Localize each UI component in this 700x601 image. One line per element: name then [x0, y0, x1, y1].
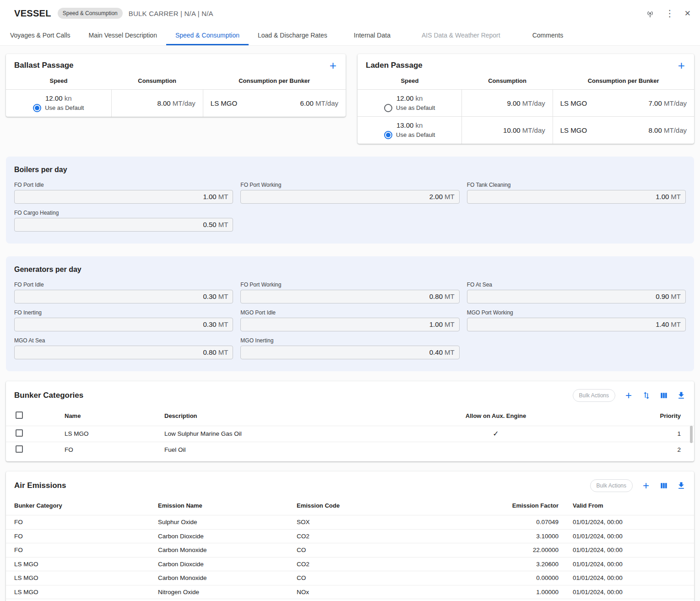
more-options-icon[interactable]: ⋮	[665, 9, 674, 18]
consumption-value: 9.00 MT/day	[462, 90, 553, 117]
fo-port-working-input[interactable]: 0.80MT	[240, 290, 459, 303]
table-row[interactable]: FO Fuel Oil 2	[6, 442, 694, 458]
field-label: FO Port Idle	[14, 182, 233, 188]
field-mgo-port-working: MGO Port Working 1.40MT	[467, 309, 686, 331]
emission-valid-from: 01/01/2024, 00:00	[559, 585, 694, 599]
ballast-speed-row: 12.00 kn Use as Default 8.00 MT/day	[6, 90, 346, 117]
laden-speed-row: 12.00 kn Use as Default 9.00 MT/day	[358, 90, 694, 117]
table-row[interactable]: FO Sulphur Oxide SOX 0.07049 01/01/2024,…	[6, 515, 694, 530]
tab-comments[interactable]: Comments	[523, 27, 573, 45]
bulk-actions-button[interactable]: Bulk Actions	[590, 479, 633, 492]
page-title: VESSEL	[14, 8, 51, 19]
tab-bar: Voyages & Port Calls Main Vessel Descrip…	[0, 27, 700, 46]
sort-icon[interactable]	[642, 391, 651, 400]
mgo-port-working-input[interactable]: 1.40MT	[467, 318, 686, 331]
radio-icon[interactable]	[384, 104, 392, 112]
column-header-emission-code: Emission Code	[297, 498, 464, 515]
bunker-consumption-value: 6.00 MT/day	[300, 99, 338, 107]
row-checkbox[interactable]	[16, 429, 23, 437]
vertical-scrollbar[interactable]	[690, 426, 693, 443]
add-bunker-category-icon[interactable]: +	[624, 391, 634, 400]
mgo-port-idle-input[interactable]: 1.00MT	[240, 318, 459, 331]
use-as-default-radio[interactable]: Use as Default	[358, 131, 461, 139]
field-label: FO Port Working	[240, 182, 459, 188]
emission-factor: 0.07049	[464, 515, 559, 530]
columns-icon[interactable]	[659, 481, 668, 490]
field-fo-inerting: FO Inerting 0.30MT	[14, 309, 233, 331]
close-icon[interactable]: ✕	[684, 10, 691, 17]
columns-icon[interactable]	[659, 391, 668, 400]
use-as-default-radio[interactable]: Use as Default	[358, 104, 461, 112]
column-header-emission-name: Emission Name	[158, 498, 297, 515]
field-mgo-inerting: MGO Inerting 0.40MT	[240, 337, 459, 359]
fo-port-working-input[interactable]: 2.00MT	[240, 190, 459, 204]
generators-per-day-section: Generators per day FO Port Idle 0.30MT F…	[6, 256, 694, 371]
field-label: FO Inerting	[14, 309, 233, 316]
emission-code: CO	[297, 543, 464, 558]
add-ballast-speed-icon[interactable]: +	[328, 61, 338, 70]
download-icon[interactable]	[677, 481, 686, 490]
table-row[interactable]: LS MGO Carbon Dioxcide CO2 3.20600 01/01…	[6, 557, 694, 571]
select-all-checkbox[interactable]	[16, 411, 23, 419]
mgo-inerting-input[interactable]: 0.40MT	[240, 346, 459, 359]
tab-voyages-port-calls[interactable]: Voyages & Port Calls	[1, 27, 80, 45]
tab-load-discharge-rates[interactable]: Load & Discharge Rates	[249, 27, 336, 45]
emission-name: Carbon Monoxide	[158, 543, 297, 558]
broadcast-icon[interactable]	[645, 8, 655, 18]
tab-internal-data[interactable]: Internal Data	[345, 27, 400, 45]
table-row[interactable]: FO Carbon Dioxcide CO2 3.10000 01/01/202…	[6, 529, 694, 543]
bunker-consumption-value: 7.00 MT/day	[649, 99, 687, 107]
table-row[interactable]: LS MGO Low Sulphur Marine Gas Oil ✓ 1	[6, 426, 694, 442]
column-header-speed: Speed	[358, 72, 462, 90]
fo-at-sea-input[interactable]: 0.90MT	[467, 290, 686, 303]
table-row[interactable]: FO Carbon Monoxide CO 22.00000 01/01/202…	[6, 543, 694, 558]
generators-section-title: Generators per day	[14, 265, 686, 274]
field-label: FO Tank Cleaning	[467, 182, 686, 188]
ballast-passage-title: Ballast Passage	[14, 61, 73, 70]
fo-inerting-input[interactable]: 0.30MT	[14, 318, 233, 331]
emission-valid-from: 01/01/2024, 00:00	[559, 543, 694, 558]
row-checkbox[interactable]	[16, 445, 23, 453]
column-header-bunker-category: Bunker Category	[6, 498, 158, 515]
bulk-actions-button[interactable]: Bulk Actions	[573, 389, 615, 402]
checkmark-icon: ✓	[493, 430, 499, 438]
table-row[interactable]: LS MGO Carbon Monoxide CO 0.00000 01/01/…	[6, 571, 694, 585]
consumption-value: 10.00 MT/day	[462, 117, 553, 144]
bunker-name: LS MGO	[560, 126, 587, 134]
table-row[interactable]: LS MGO Nitrogen Oxide NOx 1.00000 01/01/…	[6, 585, 694, 599]
use-as-default-radio[interactable]: Use as Default	[6, 104, 111, 112]
air-emissions-card: Air Emissions Bulk Actions + Bunker Cate…	[6, 471, 694, 601]
use-as-default-label: Use as Default	[45, 104, 84, 111]
field-label: FO Port Idle	[14, 282, 233, 288]
emission-code: NOx	[297, 585, 464, 599]
fo-port-idle-input[interactable]: 0.30MT	[14, 290, 233, 303]
boilers-section-title: Boilers per day	[14, 166, 686, 174]
bunker-name: LS MGO	[560, 99, 587, 107]
laden-speed-row: 13.00 kn Use as Default 10.00 MT/day	[358, 117, 694, 144]
column-header-priority: Priority	[564, 407, 694, 426]
tab-main-vessel-description[interactable]: Main Vessel Description	[80, 27, 166, 45]
tab-speed-consumption[interactable]: Speed & Consumption	[166, 27, 249, 45]
field-label: MGO At Sea	[14, 337, 233, 344]
field-label: MGO Inerting	[240, 337, 459, 344]
window-titlebar: VESSEL Speed & Consumption BULK CARRER |…	[0, 0, 700, 27]
tab-ais-data-weather-report[interactable]: AIS Data & Weather Report	[412, 27, 510, 45]
add-air-emission-icon[interactable]: +	[641, 481, 651, 490]
field-fo-port-idle: FO Port Idle 0.30MT	[14, 282, 233, 303]
radio-icon[interactable]	[33, 104, 41, 112]
fo-cargo-heating-input[interactable]: 0.50MT	[14, 218, 233, 232]
mgo-at-sea-input[interactable]: 0.80MT	[14, 346, 233, 359]
column-header-speed: Speed	[6, 72, 111, 90]
field-fo-port-working: FO Port Working 2.00MT	[240, 182, 459, 204]
bunker-priority: 2	[564, 442, 694, 458]
fo-tank-cleaning-input[interactable]: 1.00MT	[467, 190, 686, 204]
fo-port-idle-input[interactable]: 1.00MT	[14, 190, 233, 204]
field-label: FO Port Working	[240, 282, 459, 288]
column-header-consumption: Consumption	[111, 72, 203, 90]
add-laden-speed-icon[interactable]: +	[676, 61, 687, 70]
radio-icon[interactable]	[384, 131, 392, 139]
download-icon[interactable]	[677, 391, 686, 400]
speed-value: 12.00 kn	[358, 94, 461, 102]
column-header-description: Description	[164, 407, 427, 426]
field-fo-port-working: FO Port Working 0.80MT	[240, 282, 459, 303]
